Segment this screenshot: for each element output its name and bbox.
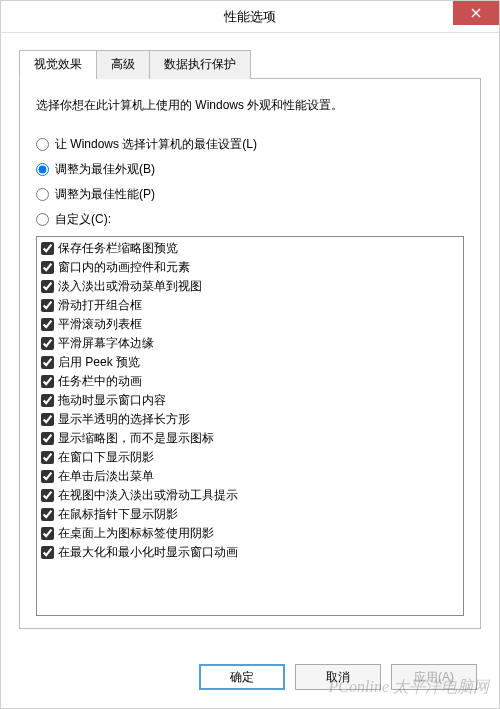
checkbox[interactable] xyxy=(41,394,54,407)
checkbox-label: 在桌面上为图标标签使用阴影 xyxy=(58,525,214,542)
list-item[interactable]: 显示缩略图，而不是显示图标 xyxy=(41,429,459,448)
checkbox[interactable] xyxy=(41,489,54,502)
content-area: 视觉效果 高级 数据执行保护 选择你想在此计算机上使用的 Windows 外观和… xyxy=(1,33,499,629)
checkbox-label: 在视图中淡入淡出或滑动工具提示 xyxy=(58,487,238,504)
checkbox-label: 窗口内的动画控件和元素 xyxy=(58,259,190,276)
list-item[interactable]: 启用 Peek 预览 xyxy=(41,353,459,372)
list-item[interactable]: 淡入淡出或滑动菜单到视图 xyxy=(41,277,459,296)
tab-strip: 视觉效果 高级 数据执行保护 xyxy=(19,49,481,79)
list-item[interactable]: 窗口内的动画控件和元素 xyxy=(41,258,459,277)
list-item[interactable]: 在视图中淡入淡出或滑动工具提示 xyxy=(41,486,459,505)
list-item[interactable]: 任务栏中的动画 xyxy=(41,372,459,391)
checkbox-label: 在最大化和最小化时显示窗口动画 xyxy=(58,544,238,561)
radio-best-performance[interactable]: 调整为最佳性能(P) xyxy=(36,186,464,203)
list-item[interactable]: 显示半透明的选择长方形 xyxy=(41,410,459,429)
checkbox[interactable] xyxy=(41,508,54,521)
checkbox-label: 任务栏中的动画 xyxy=(58,373,142,390)
checkbox-label: 拖动时显示窗口内容 xyxy=(58,392,166,409)
checkbox[interactable] xyxy=(41,280,54,293)
checkbox-label: 平滑滚动列表框 xyxy=(58,316,142,333)
list-item[interactable]: 在单击后淡出菜单 xyxy=(41,467,459,486)
list-item[interactable]: 拖动时显示窗口内容 xyxy=(41,391,459,410)
radio-label: 自定义(C): xyxy=(55,211,111,228)
cancel-button[interactable]: 取消 xyxy=(295,664,381,690)
checkbox[interactable] xyxy=(41,356,54,369)
checkbox[interactable] xyxy=(41,546,54,559)
checkbox-label: 启用 Peek 预览 xyxy=(58,354,140,371)
list-item[interactable]: 平滑滚动列表框 xyxy=(41,315,459,334)
checkbox-label: 在窗口下显示阴影 xyxy=(58,449,154,466)
tab-advanced[interactable]: 高级 xyxy=(96,50,150,79)
radio-input-best-performance[interactable] xyxy=(36,188,49,201)
checkbox-label: 在鼠标指针下显示阴影 xyxy=(58,506,178,523)
checkbox[interactable] xyxy=(41,432,54,445)
radio-input-custom[interactable] xyxy=(36,213,49,226)
radio-input-best-appearance[interactable] xyxy=(36,163,49,176)
ok-button[interactable]: 确定 xyxy=(199,664,285,690)
checkbox-label: 淡入淡出或滑动菜单到视图 xyxy=(58,278,202,295)
list-item[interactable]: 滑动打开组合框 xyxy=(41,296,459,315)
checkbox-list[interactable]: 保存任务栏缩略图预览 窗口内的动画控件和元素 淡入淡出或滑动菜单到视图 滑动打开… xyxy=(36,236,464,616)
radio-custom[interactable]: 自定义(C): xyxy=(36,211,464,228)
apply-button[interactable]: 应用(A) xyxy=(391,664,477,690)
window-title: 性能选项 xyxy=(224,8,276,26)
checkbox-label: 保存任务栏缩略图预览 xyxy=(58,240,178,257)
tab-body: 选择你想在此计算机上使用的 Windows 外观和性能设置。 让 Windows… xyxy=(19,79,481,629)
checkbox[interactable] xyxy=(41,413,54,426)
list-item[interactable]: 平滑屏幕字体边缘 xyxy=(41,334,459,353)
radio-label: 调整为最佳性能(P) xyxy=(55,186,155,203)
checkbox[interactable] xyxy=(41,337,54,350)
checkbox[interactable] xyxy=(41,527,54,540)
button-row: 确定 取消 应用(A) xyxy=(199,664,477,690)
checkbox-label: 滑动打开组合框 xyxy=(58,297,142,314)
checkbox[interactable] xyxy=(41,318,54,331)
checkbox-label: 在单击后淡出菜单 xyxy=(58,468,154,485)
list-item[interactable]: 在窗口下显示阴影 xyxy=(41,448,459,467)
description-text: 选择你想在此计算机上使用的 Windows 外观和性能设置。 xyxy=(36,97,464,114)
titlebar: 性能选项 xyxy=(1,1,499,33)
tab-visual-effects[interactable]: 视觉效果 xyxy=(19,50,97,79)
radio-best-appearance[interactable]: 调整为最佳外观(B) xyxy=(36,161,464,178)
checkbox[interactable] xyxy=(41,261,54,274)
checkbox[interactable] xyxy=(41,451,54,464)
radio-label: 调整为最佳外观(B) xyxy=(55,161,155,178)
checkbox[interactable] xyxy=(41,470,54,483)
close-icon xyxy=(471,8,481,18)
list-item[interactable]: 保存任务栏缩略图预览 xyxy=(41,239,459,258)
checkbox[interactable] xyxy=(41,299,54,312)
radio-label: 让 Windows 选择计算机的最佳设置(L) xyxy=(55,136,257,153)
list-item[interactable]: 在桌面上为图标标签使用阴影 xyxy=(41,524,459,543)
radio-input-auto[interactable] xyxy=(36,138,49,151)
checkbox-label: 平滑屏幕字体边缘 xyxy=(58,335,154,352)
checkbox[interactable] xyxy=(41,242,54,255)
checkbox[interactable] xyxy=(41,375,54,388)
close-button[interactable] xyxy=(453,1,499,25)
checkbox-label: 显示半透明的选择长方形 xyxy=(58,411,190,428)
list-item[interactable]: 在最大化和最小化时显示窗口动画 xyxy=(41,543,459,562)
checkbox-label: 显示缩略图，而不是显示图标 xyxy=(58,430,214,447)
radio-let-windows-choose[interactable]: 让 Windows 选择计算机的最佳设置(L) xyxy=(36,136,464,153)
radio-group: 让 Windows 选择计算机的最佳设置(L) 调整为最佳外观(B) 调整为最佳… xyxy=(36,136,464,228)
tab-dep[interactable]: 数据执行保护 xyxy=(149,50,251,79)
list-item[interactable]: 在鼠标指针下显示阴影 xyxy=(41,505,459,524)
